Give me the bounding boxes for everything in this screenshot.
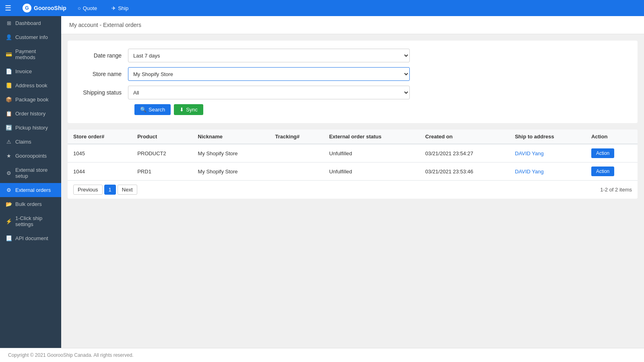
sidebar-label-invoice: Invoice [15, 68, 32, 74]
customer-icon: 👤 [6, 34, 12, 40]
sidebar-label-payment: Payment methods [15, 48, 56, 60]
claims-icon: ⚠ [6, 139, 12, 145]
cell-store-order-1044: 1044 [68, 162, 132, 181]
sidebar-item-claims[interactable]: ⚠ Claims [0, 135, 61, 149]
external-orders-icon: ⚙ [6, 187, 12, 193]
table-row: 1044 PRD1 My Shopify Store Unfulfilled 0… [68, 162, 638, 181]
page-1-button[interactable]: 1 [104, 185, 116, 195]
nav-quote[interactable]: ○ Quote [74, 5, 100, 11]
gooroopoints-icon: ★ [6, 153, 12, 159]
sidebar-item-pickup-history[interactable]: 🔄 Pickup history [0, 121, 61, 135]
cell-created-1044: 03/21/2021 23:53:46 [420, 162, 510, 181]
sidebar-item-external-store-setup[interactable]: ⚙ External store setup [0, 163, 61, 183]
filter-card: Date range Last 7 daysLast 30 daysLast 9… [68, 41, 638, 123]
action-button-1045[interactable]: Action [591, 148, 614, 158]
col-created-on: Created on [420, 130, 510, 144]
breadcrumb-text: My account - External orders [69, 22, 141, 28]
table-row: 1045 PRODUCT2 My Shopify Store Unfulfill… [68, 144, 638, 162]
sidebar-label-dashboard: Dashboard [15, 20, 41, 26]
pagination-info: 1-2 of 2 items [600, 187, 632, 193]
sidebar: ⊞ Dashboard 👤 Customer info 💳 Payment me… [0, 16, 61, 348]
order-history-icon: 📋 [6, 111, 12, 117]
search-button[interactable]: 🔍 Search [134, 104, 171, 115]
sidebar-item-payment-methods[interactable]: 💳 Payment methods [0, 44, 61, 64]
breadcrumb: My account - External orders [61, 16, 644, 34]
sidebar-item-invoice[interactable]: 📄 Invoice [0, 64, 61, 78]
sync-button[interactable]: ⬇ Sync [174, 104, 203, 115]
previous-page-button[interactable]: Previous [73, 185, 103, 195]
sidebar-label-api-document: API document [15, 235, 48, 241]
cell-action-1045: Action [586, 144, 638, 162]
table-card: Store order# Product Nickname Tracking# … [68, 130, 638, 199]
store-name-select[interactable]: My Shopify Store [128, 67, 410, 81]
sidebar-label-claims: Claims [15, 139, 31, 145]
cell-ext-status-1044: Unfulfilled [324, 162, 420, 181]
shipping-status-row: Shipping status AllFulfilledUnfulfilled [80, 86, 625, 99]
col-action: Action [586, 130, 638, 144]
ship-icon: ✈ [111, 5, 116, 11]
cell-tracking-1044 [270, 162, 324, 181]
cell-ship-to-1045: DAVID Yang [509, 144, 586, 162]
sidebar-label-order-history: Order history [15, 111, 45, 117]
sidebar-label-bulk-orders: Bulk orders [15, 201, 42, 207]
cell-ship-to-1044: DAVID Yang [509, 162, 586, 181]
ship-to-link-1045[interactable]: DAVID Yang [515, 150, 544, 156]
shipping-status-select[interactable]: AllFulfilledUnfulfilled [128, 86, 410, 99]
date-range-select[interactable]: Last 7 daysLast 30 daysLast 90 daysCusto… [128, 49, 410, 62]
sidebar-label-1click-ship: 1-Click ship settings [15, 215, 56, 227]
sidebar-item-customer-info[interactable]: 👤 Customer info [0, 30, 61, 44]
brand-name: GoorooShip [34, 5, 66, 11]
nav-ship[interactable]: ✈ Ship [108, 5, 132, 11]
brand-logo: G [23, 4, 31, 12]
col-tracking: Tracking# [270, 130, 324, 144]
invoice-icon: 📄 [6, 68, 12, 74]
sidebar-item-bulk-orders[interactable]: 📂 Bulk orders [0, 197, 61, 211]
sidebar-item-api-document[interactable]: 📃 API document [0, 231, 61, 245]
sidebar-item-external-orders[interactable]: ⚙ External orders [0, 183, 61, 197]
sidebar-item-gooroopoints[interactable]: ★ Gooroopoints [0, 149, 61, 163]
cell-store-order-1045: 1045 [68, 144, 132, 162]
sidebar-label-external-orders: External orders [15, 187, 51, 193]
col-ext-order-status: External order status [324, 130, 420, 144]
sidebar-item-order-history[interactable]: 📋 Order history [0, 107, 61, 121]
cell-action-1044: Action [586, 162, 638, 181]
search-icon: 🔍 [140, 107, 147, 113]
bulk-orders-icon: 📂 [6, 201, 12, 207]
col-store-order: Store order# [68, 130, 132, 144]
shipping-status-label: Shipping status [80, 89, 128, 96]
cell-created-1045: 03/21/2021 23:54:27 [420, 144, 510, 162]
date-range-label: Date range [80, 52, 128, 59]
cell-nickname-1044: My Shopify Store [192, 162, 270, 181]
sidebar-item-address-book[interactable]: 📒 Address book [0, 78, 61, 93]
col-ship-to: Ship to address [509, 130, 586, 144]
nav-ship-label: Ship [118, 5, 128, 11]
sidebar-item-dashboard[interactable]: ⊞ Dashboard [0, 16, 61, 30]
next-page-button[interactable]: Next [118, 185, 137, 195]
col-product: Product [132, 130, 192, 144]
hamburger-menu[interactable]: ☰ [5, 4, 11, 12]
filter-actions: 🔍 Search ⬇ Sync [80, 104, 625, 115]
sidebar-item-package-book[interactable]: 📦 Package book [0, 93, 61, 107]
cell-nickname-1045: My Shopify Store [192, 144, 270, 162]
col-nickname: Nickname [192, 130, 270, 144]
cell-ext-status-1045: Unfulfilled [324, 144, 420, 162]
sidebar-item-1click-ship[interactable]: ⚡ 1-Click ship settings [0, 211, 61, 231]
ship-to-link-1044[interactable]: DAVID Yang [515, 169, 544, 175]
api-document-icon: 📃 [6, 235, 12, 241]
cell-tracking-1045 [270, 144, 324, 162]
action-button-1044[interactable]: Action [591, 167, 614, 176]
top-navigation: ☰ G GoorooShip ○ Quote ✈ Ship [0, 0, 644, 16]
pickup-history-icon: 🔄 [6, 125, 12, 131]
nav-quote-label: Quote [83, 5, 97, 11]
footer: Copyright © 2021 GoorooShip Canada. All … [0, 348, 644, 362]
external-store-setup-icon: ⚙ [6, 170, 12, 176]
quote-icon: ○ [78, 5, 81, 11]
main-layout: ⊞ Dashboard 👤 Customer info 💳 Payment me… [0, 16, 644, 348]
page-controls: Previous 1 Next [73, 185, 137, 195]
sidebar-label-pickup-history: Pickup history [15, 125, 48, 131]
cell-product-1044: PRD1 [132, 162, 192, 181]
search-button-label: Search [149, 107, 165, 113]
store-name-row: Store name My Shopify Store [80, 67, 625, 81]
address-book-icon: 📒 [6, 82, 12, 88]
table-header-row: Store order# Product Nickname Tracking# … [68, 130, 638, 144]
